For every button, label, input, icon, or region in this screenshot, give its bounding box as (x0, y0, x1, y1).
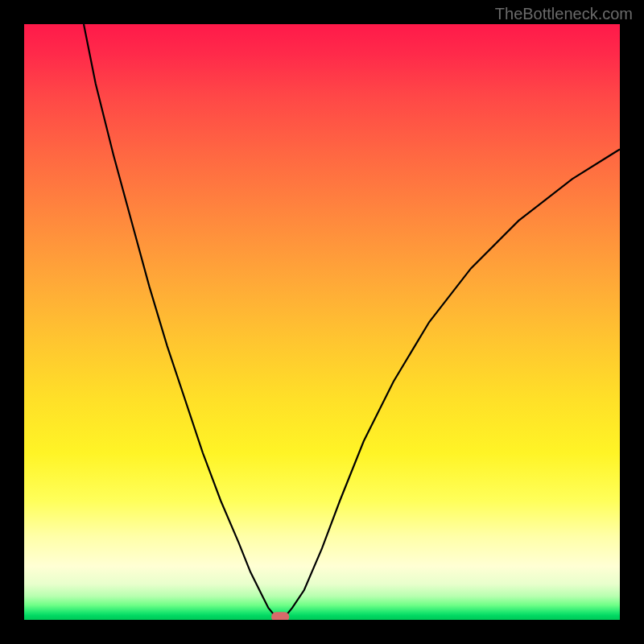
chart-plot-area (24, 24, 620, 620)
watermark-text: TheBottleneck.com (495, 5, 633, 23)
optimal-marker (271, 612, 289, 620)
bottleneck-curve (84, 24, 620, 617)
chart-svg (24, 24, 620, 620)
